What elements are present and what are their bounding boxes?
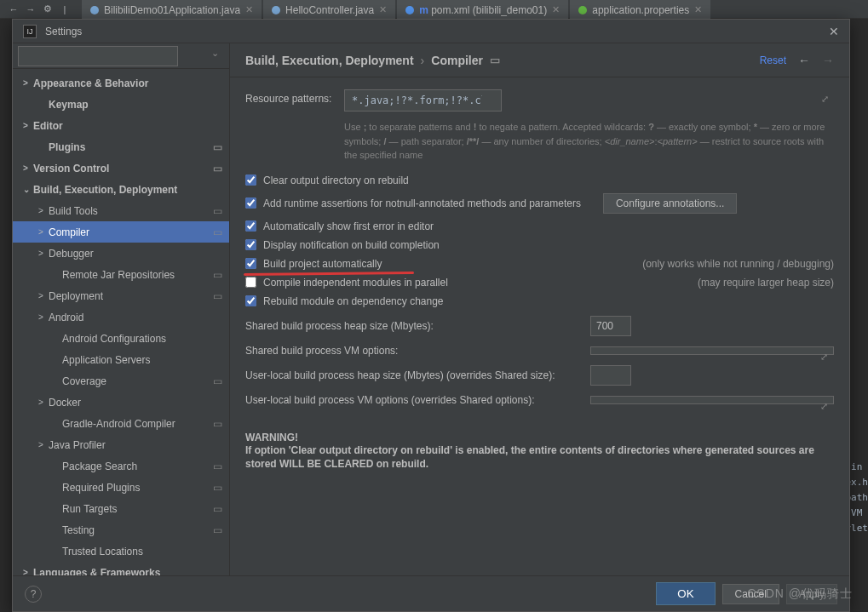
annotation-underline	[244, 271, 414, 275]
close-icon[interactable]: ✕	[552, 4, 560, 15]
chevron-icon: >	[23, 163, 33, 173]
build-auto-checkbox[interactable]	[245, 258, 256, 269]
tree-item[interactable]: Testing▭	[13, 519, 229, 541]
tree-item[interactable]: Remote Jar Repositories▭	[13, 264, 229, 285]
file-icon	[272, 6, 280, 14]
search-input[interactable]	[18, 46, 178, 66]
arrow-left-icon[interactable]: ←	[7, 3, 20, 16]
tree-item[interactable]: Package Search▭	[13, 455, 229, 477]
tree-item[interactable]: >Android	[13, 306, 229, 328]
breadcrumb-item[interactable]: Build, Execution, Deployment	[245, 54, 414, 67]
separator: |	[58, 3, 72, 16]
config-icon: ▭	[213, 226, 222, 238]
config-icon: ▭	[213, 460, 222, 472]
heap-size-input[interactable]	[590, 316, 631, 336]
dialog-title: Settings	[45, 26, 82, 37]
tree-item[interactable]: >Docker	[13, 392, 229, 413]
resource-patterns-input[interactable]	[344, 89, 502, 112]
config-icon: ▭	[213, 524, 222, 536]
main-header: Build, Execution, Deployment › Compiler …	[230, 43, 849, 77]
breadcrumb: Build, Execution, Deployment › Compiler …	[245, 54, 500, 67]
app-logo-icon: IJ	[23, 25, 37, 38]
tree-item[interactable]: >Build Tools▭	[13, 200, 229, 221]
reset-link[interactable]: Reset	[760, 54, 786, 66]
editor-tab[interactable]: m pom.xml (bilibili_demo01)✕	[397, 0, 568, 19]
rebuild-dependency-checkbox[interactable]	[245, 295, 256, 306]
chevron-icon: >	[38, 440, 49, 449]
chevron-icon: >	[23, 121, 33, 130]
ok-button[interactable]: OK	[656, 582, 715, 605]
back-icon[interactable]: ←	[798, 54, 810, 67]
checkbox-label: Build project automatically	[263, 258, 382, 270]
note-text: (may require larger heap size)	[698, 277, 834, 289]
tree-item-label: Android	[49, 312, 83, 323]
chevron-icon: >	[23, 78, 33, 88]
arrow-right-icon[interactable]: →	[24, 3, 37, 16]
forward-icon[interactable]: →	[822, 54, 834, 67]
checkbox-label: Compile independent modules in parallel	[263, 277, 448, 289]
tree-item[interactable]: >Compiler▭	[13, 221, 229, 243]
editor-tab[interactable]: HelloController.java✕	[263, 0, 395, 19]
editor-tab[interactable]: application.properties✕	[570, 0, 710, 19]
tree-item[interactable]: Application Servers	[13, 349, 229, 370]
editor-tabs: ← → ⚙ | BilibiliDemo01Application.java✕H…	[0, 0, 868, 19]
compile-parallel-checkbox[interactable]	[245, 277, 256, 288]
runtime-assertions-checkbox[interactable]	[245, 197, 256, 209]
tree-item[interactable]: Keymap	[13, 94, 229, 115]
gear-icon[interactable]: ⚙	[41, 3, 55, 16]
chevron-icon: >	[38, 249, 49, 258]
file-icon	[90, 6, 99, 14]
clear-output-checkbox[interactable]	[245, 174, 256, 186]
tree-item[interactable]: Run Targets▭	[13, 498, 229, 519]
tree-item[interactable]: Plugins▭	[13, 136, 229, 157]
expand-icon[interactable]: ⤢	[820, 352, 828, 363]
checkbox-label: Clear output directory on rebuild	[263, 174, 409, 186]
tree-item[interactable]: Coverage▭	[13, 370, 229, 392]
tree-item-label: Application Servers	[62, 354, 150, 366]
close-icon[interactable]: ✕	[694, 4, 702, 15]
vm-options-input[interactable]: ⤢	[590, 346, 834, 355]
help-text: Use ; to separate patterns and ! to nega…	[344, 120, 834, 163]
checkbox-label: Automatically show first error in editor	[263, 220, 434, 232]
tree-item[interactable]: >Debugger	[13, 243, 229, 264]
config-icon: ▭	[213, 205, 222, 217]
config-icon: ▭	[213, 163, 222, 174]
field-label: User-local build process heap size (Mbyt…	[245, 369, 590, 381]
close-icon[interactable]: ✕	[379, 4, 387, 15]
expand-icon[interactable]: ⤢	[821, 94, 829, 105]
tree-item-label: Plugins	[49, 141, 85, 153]
tree-item[interactable]: >Deployment▭	[13, 285, 229, 306]
tree-item-label: Appearance & Behavior	[33, 77, 148, 89]
settings-dialog: IJ Settings ✕ >Appearance & BehaviorKeym…	[12, 19, 850, 612]
user-vm-options-input[interactable]: ⤢	[590, 396, 834, 404]
auto-show-error-checkbox[interactable]	[245, 220, 256, 232]
tree-item[interactable]: >Java Profiler	[13, 434, 229, 455]
help-icon[interactable]: ?	[25, 586, 42, 603]
build-notification-checkbox[interactable]	[245, 239, 256, 250]
close-icon[interactable]: ✕	[829, 25, 839, 38]
tree-item-label: Keymap	[49, 99, 89, 111]
tree-item[interactable]: >Appearance & Behavior	[13, 72, 229, 94]
user-heap-size-input[interactable]	[590, 365, 631, 386]
expand-icon[interactable]: ⤢	[820, 401, 828, 412]
tree-item[interactable]: Required Plugins▭	[13, 477, 229, 498]
tree-item[interactable]: Trusted Locations	[13, 541, 229, 562]
checkbox-label: Rebuild module on dependency change	[263, 295, 444, 307]
tree-item[interactable]: Gradle-Android Compiler▭	[13, 413, 229, 434]
tree-item[interactable]: >Editor	[13, 115, 229, 136]
apply-button[interactable]: Apply	[786, 584, 837, 604]
main-panel: Build, Execution, Deployment › Compiler …	[230, 43, 849, 575]
cancel-button[interactable]: Cancel	[722, 584, 779, 604]
field-label: Shared build process heap size (Mbytes):	[245, 320, 590, 332]
note-text: (only works while not running / debuggin…	[642, 258, 834, 270]
tree-item[interactable]: Android Configurations	[13, 328, 229, 349]
tree-item[interactable]: ⌄Build, Execution, Deployment	[13, 179, 229, 200]
close-icon[interactable]: ✕	[245, 4, 253, 15]
tree-item-label: Languages & Frameworks	[33, 567, 160, 576]
editor-tab[interactable]: BilibiliDemo01Application.java✕	[82, 0, 262, 19]
tree-item-label: Testing	[62, 524, 95, 536]
tree-item[interactable]: >Version Control▭	[13, 157, 229, 179]
tree-item[interactable]: >Languages & Frameworks	[13, 562, 229, 575]
chevron-icon: >	[23, 568, 33, 575]
configure-annotations-button[interactable]: Configure annotations...	[603, 193, 737, 214]
